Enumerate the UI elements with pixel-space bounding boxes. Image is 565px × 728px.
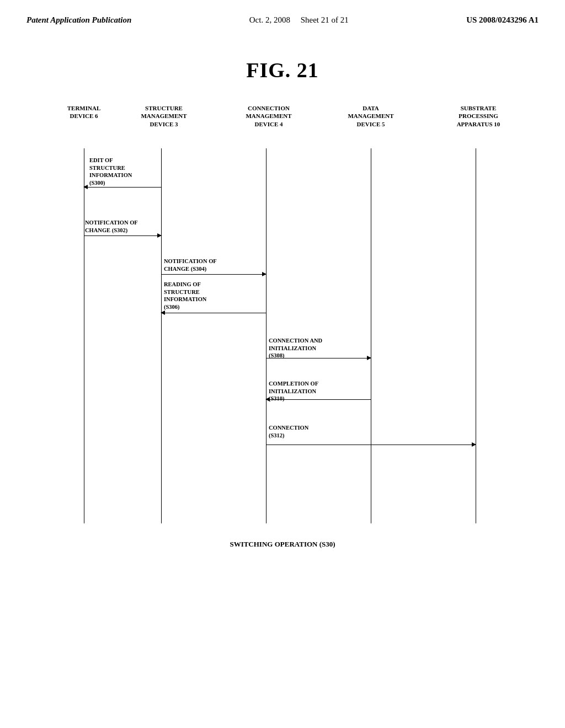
arrow-s302 <box>84 235 161 236</box>
arrow-s300 <box>84 187 161 188</box>
arrow-s306 <box>161 313 266 313</box>
vline-structure <box>161 148 162 523</box>
page-header: Patent Application Publication Oct. 2, 2… <box>0 0 565 25</box>
msg-s304: NOTIFICATION OF CHANGE (S304) <box>164 258 247 272</box>
col-label-data: DATA MANAGEMENT DEVICE 5 <box>343 104 398 128</box>
patent-number: US 2008/0243296 A1 <box>466 15 539 25</box>
vline-data <box>371 148 371 523</box>
col-label-structure: STRUCTURE MANAGEMENT DEVICE 3 <box>131 104 197 128</box>
sheet-info: Sheet 21 of 21 <box>301 15 349 24</box>
col-label-connection: CONNECTION MANAGEMENT DEVICE 4 <box>236 104 302 128</box>
arrow-s308 <box>266 358 371 358</box>
msg-s302: NOTIFICATION OF CHANGE (S302) <box>85 219 162 234</box>
header-center: Oct. 2, 2008 Sheet 21 of 21 <box>249 15 349 25</box>
arrow-s310 <box>266 399 371 400</box>
msg-s306: READING OF STRUCTURE INFORMATION (S306) <box>164 281 244 311</box>
msg-s312: CONNECTION (S312) <box>269 424 329 439</box>
vline-connection <box>266 148 266 523</box>
col-label-terminal: TERMINAL DEVICE 6 <box>56 104 111 120</box>
arrow-s312 <box>266 445 476 445</box>
footer-caption: SWITCHING OPERATION (S30) <box>0 540 565 549</box>
publication-date: Oct. 2, 2008 <box>249 15 290 24</box>
msg-s300: EDIT OF STRUCTURE INFORMATION (S300) <box>89 157 161 187</box>
vline-terminal <box>84 148 84 523</box>
vline-substrate <box>476 148 476 523</box>
publication-label: Patent Application Publication <box>26 15 131 25</box>
msg-s308: CONNECTION AND INITIALIZATION (S308) <box>269 337 354 360</box>
col-label-substrate: SUBSTRATE PROCESSING APPARATUS 10 <box>445 104 511 128</box>
figure-title: FIG. 21 <box>0 58 565 82</box>
arrow-s304 <box>161 274 266 275</box>
sequence-diagram: TERMINAL DEVICE 6 STRUCTURE MANAGEMENT D… <box>34 104 531 523</box>
